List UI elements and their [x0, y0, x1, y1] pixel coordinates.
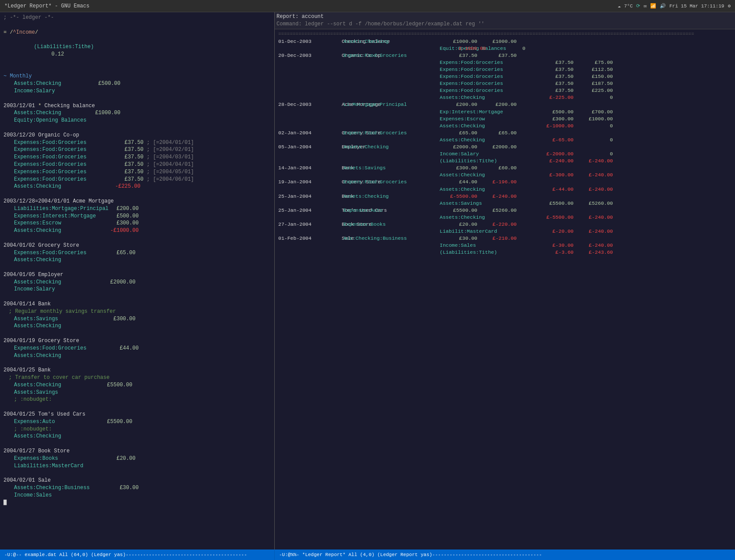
blank-13 [4, 469, 271, 477]
report-row-21: 19-Jan-2004Grocery Store Expens:Food:Gro… [278, 178, 732, 186]
tx-20040102-header: 2004/01/02 Grocery Store [4, 242, 271, 249]
report-row-9: Assets:Checking£-225.000 [278, 94, 732, 101]
tx-20031220-2: Expenses:Food:Groceries £37.50 ; [=2004/… [4, 146, 271, 154]
tx-20040201-2: Income:Sales [4, 492, 271, 499]
tx-20040125-cars-header: 2004/01/25 Tom's Used Cars [4, 411, 271, 418]
tx-20040127-header: 2004/01/27 Book Store [4, 448, 271, 455]
titlebar-right: ☁ 7°C ⟳ ✉ 📶 🔊 Fri 15 Mar 17:11:19 ⚙ [618, 3, 731, 9]
tx-20040125-bank-comment: ; Transfer to cover car purchase [4, 374, 271, 382]
volume-icon[interactable]: 🔊 [660, 3, 666, 9]
report-row-17: Income:Salary£-2000.000 [278, 150, 732, 158]
weather-icon: ☁ [618, 3, 621, 9]
blank-4 [4, 124, 271, 132]
blank-11 [4, 403, 271, 411]
report-row-23: 25-Jan-2004Bank Assets:Checking£-5500.00… [278, 193, 732, 200]
blank-5 [4, 190, 271, 198]
blank-9 [4, 330, 271, 337]
report-row-4: Expens:Food:Groceries£37.50£75.00 [278, 59, 732, 66]
right-status-text: -U:@%%- *Ledger Report* All (4,0) (Ledge… [279, 552, 542, 557]
monthly-header: ~ Monthly [4, 73, 271, 80]
tx-20031220-5: Expenses:Food:Groceries £37.50 ; [=2004/… [4, 168, 271, 176]
tx-20040102-2: Assets:Checking [4, 256, 271, 264]
tx-20031228-4: Assets:Checking -£1000.00 [4, 227, 271, 234]
blank-2 [4, 66, 271, 73]
blank-3 [4, 95, 271, 102]
report-row-27: 27-Jan-2004Book Store Expenses:Books£20.… [278, 221, 732, 228]
tx-20040105-1: Assets:Checking £2000.00 [4, 279, 271, 286]
report-row-11: Exp:Interest:Mortgage£500.00£700.00 [278, 108, 732, 116]
income-salary-monthly: Income:Salary [4, 88, 271, 95]
tx-20040125-cars-2: Assets:Checking [4, 433, 271, 440]
income-header: = /^Income/ [4, 29, 271, 36]
report-row-13: Assets:Checking£-1000.000 [278, 122, 732, 130]
report-row-18: (Liabilities:Tithe)£-240.00£-240.00 [278, 158, 732, 164]
main-area: ; -*- ledger -*- = /^Income/ (Liabilitie… [0, 12, 735, 550]
assets-checking-monthly: Assets:Checking £500.00 [4, 80, 271, 88]
tx-20031220-4: Expenses:Food:Groceries £37.50 ; [=2004/… [4, 161, 271, 168]
tx-20040119-header: 2004/01/19 Grocery Store [4, 337, 271, 345]
blank-12 [4, 440, 271, 448]
tx-20040114-header: 2004/01/14 Bank [4, 301, 271, 308]
blank-line-1 [4, 21, 271, 29]
header-comment: ; -*- ledger -*- [4, 14, 271, 21]
tx-20040201-header: 2004/02/01 Sale [4, 477, 271, 484]
tx-20031228-header: 2003/12/28=2004/01/01 Acme Mortgage [4, 198, 271, 205]
report-title: Report: account [276, 13, 733, 21]
tx-20040127-1: Expenses:Books £20.00 [4, 455, 271, 462]
tx-20040105-header: 2004/01/05 Employer [4, 271, 271, 279]
report-row-29: 01-Feb-2004Sale Ass:Checking:Business£30… [278, 235, 732, 242]
tithe-entry: (Liabilities:Tithe) 0.12 [4, 36, 271, 65]
report-row-3: 20-Dec-2003Organic Co-op Expens:Food:Gro… [278, 52, 732, 59]
tx-20040114-comment: ; Regular monthly savings transfer [4, 308, 271, 315]
left-pane: ; -*- ledger -*- = /^Income/ (Liabilitie… [0, 12, 275, 550]
blank-6 [4, 234, 271, 242]
report-row-24: Assets:Savings£5500.00£5260.00 [278, 200, 732, 207]
report-row-10: 28-Dec-2003Acme Mortgage Li:Mortgage:Pri… [278, 101, 732, 108]
tx-20031220-header: 2003/12/20 Organic Co-op [4, 132, 271, 139]
report-row-31: (Liabilities:Tithe)£-3.60£-243.60 [278, 249, 732, 256]
titlebar: *Ledger Report* - GNU Emacs ☁ 7°C ⟳ ✉ 📶 … [0, 0, 735, 12]
report-row-12: Expenses:Escrow£300.00£1000.00 [278, 116, 732, 122]
report-row-19: 14-Jan-2004Bank Assets:Savings£300.00£60… [278, 164, 732, 172]
tx-20040105-2: Income:Salary [4, 286, 271, 293]
report-row-8: Expens:Food:Groceries£37.50£225.00 [278, 87, 732, 94]
report-row-6: Expens:Food:Groceries£37.50£150.00 [278, 73, 732, 80]
email-icon[interactable]: ✉ [644, 3, 647, 9]
tx-20040114-2: Assets:Checking [4, 322, 271, 330]
tx-20031228-2: Expenses:Interest:Mortgage £500.00 [4, 213, 271, 220]
tx-20040125-bank-2: Assets:Savings [4, 389, 271, 396]
tx-20031220-3: Expenses:Food:Groceries £37.50 ; [=2004/… [4, 154, 271, 161]
tx-20040125-bank-1: Assets:Checking £5500.00 [4, 382, 271, 389]
report-header: Report: account Command: ledger --sort d… [275, 12, 735, 29]
tx-20031220-7: Assets:Checking -£225.00 [4, 183, 271, 190]
cursor-line: █ [4, 499, 271, 507]
network-icon: 📶 [650, 3, 656, 9]
tx-20040127-2: Liabilities:MasterCard [4, 462, 271, 470]
window-title: *Ledger Report* - GNU Emacs [4, 3, 89, 9]
editor-content: ; -*- ledger -*- = /^Income/ (Liabilitie… [0, 12, 274, 550]
report-row-1: 01-Dec-2003Checking balance Assets:Check… [278, 38, 732, 45]
settings-icon[interactable]: ⚙ [728, 3, 731, 9]
report-row-25: 25-Jan-2004Tom's Used Cars Expenses:Auto… [278, 207, 732, 214]
report-command: Command: ledger --sort d -f /home/borbus… [276, 21, 733, 28]
tx-20031201-header: 2003/12/01 * Checking balance [4, 102, 271, 110]
report-content: ========================================… [275, 29, 735, 550]
tx-20040201-1: Assets:Checking:Business £30.00 [4, 484, 271, 492]
tx-20040125-cars-1: Expenses:Auto £5500.00 [4, 418, 271, 426]
blank-10 [4, 359, 271, 367]
tx-20031201-1: Assets:Checking £1000.00 [4, 109, 271, 117]
separator: ========================================… [278, 31, 732, 38]
blank-8 [4, 293, 271, 301]
statusbar: -U:@-- example.dat All (64,0) (Ledger ya… [0, 550, 735, 560]
report-row-15: Assets:Checking£-65.000 [278, 136, 732, 144]
left-status-text: -U:@-- example.dat All (64,0) (Ledger ya… [4, 552, 247, 557]
tx-20040119-1: Expenses:Food:Groceries £44.00 [4, 345, 271, 352]
report-row-28: Liabilit:MasterCard£-20.00£-240.00 [278, 228, 732, 235]
report-row-7: Expens:Food:Groceries£37.50£187.50 [278, 80, 732, 87]
report-row-14: 02-Jan-2004Grocery Store Expens:Food:Gro… [278, 130, 732, 136]
blank-7 [4, 264, 271, 271]
refresh-icon[interactable]: ⟳ [636, 3, 640, 9]
tx-20031220-1: Expenses:Food:Groceries £37.50 ; [=2004/… [4, 139, 271, 147]
tx-20040125-bank-tag: ; :nobudget: [4, 396, 271, 403]
right-pane: Report: account Command: ledger --sort d… [275, 12, 735, 550]
